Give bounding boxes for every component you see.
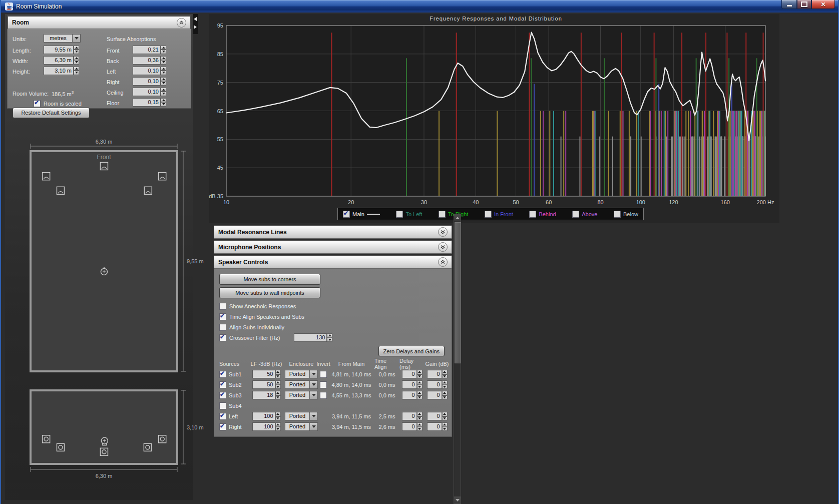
scroll-down-icon[interactable]: [454, 496, 461, 503]
speaker-icon-top-view[interactable]: [57, 187, 64, 194]
spin-up-icon[interactable]: [161, 98, 166, 103]
legend-checkbox-behind[interactable]: [529, 211, 536, 218]
legend-checkbox-in-front[interactable]: [485, 211, 492, 218]
spin-down-icon[interactable]: [74, 71, 79, 75]
crossover-filter-hz-spinner[interactable]: 130: [294, 333, 332, 342]
panel-header-modal-resonance-lines[interactable]: Modal Resonance Lines: [214, 225, 452, 239]
spin-up-icon[interactable]: [275, 391, 281, 395]
sub3-gain-spinner[interactable]: 0: [427, 391, 448, 399]
speaker-icon-front-view[interactable]: [43, 435, 50, 443]
width-field[interactable]: 6,30 m: [44, 56, 79, 65]
spin-down-icon[interactable]: [275, 427, 281, 431]
spin-up-icon[interactable]: [275, 370, 281, 374]
listener-icon-front-view[interactable]: [101, 437, 108, 445]
spin-down-icon[interactable]: [442, 385, 448, 389]
spin-down-icon[interactable]: [74, 60, 79, 65]
dropdown-arrow-icon[interactable]: [310, 422, 318, 431]
left-lf-spinner[interactable]: 100: [252, 412, 281, 420]
speaker-icon-top-view[interactable]: [159, 173, 166, 180]
collapse-up-icon[interactable]: [438, 257, 448, 267]
right-gain-spinner[interactable]: 0: [427, 422, 448, 431]
dropdown-arrow-icon[interactable]: [310, 391, 318, 399]
speaker-icon-front-view[interactable]: [159, 435, 166, 443]
show-anechoic-responses-checkbox[interactable]: [219, 303, 226, 310]
spin-down-icon[interactable]: [417, 395, 423, 400]
spin-down-icon[interactable]: [161, 102, 166, 107]
align-subs-individually-checkbox[interactable]: [219, 324, 226, 331]
room-panel-header[interactable]: Room: [8, 16, 191, 29]
units-dropdown[interactable]: metres: [44, 34, 81, 43]
right-lf-spinner[interactable]: 100: [252, 422, 281, 431]
panel-header-speaker-controls[interactable]: Speaker Controls: [214, 255, 452, 269]
spin-down-icon[interactable]: [275, 385, 281, 389]
speaker-icon-front-view[interactable]: [57, 443, 64, 451]
left-enable-checkbox[interactable]: [219, 413, 226, 420]
absorption-front-field[interactable]: 0,21: [133, 46, 166, 54]
length-field[interactable]: 9,55 m: [44, 46, 79, 54]
spin-down-icon[interactable]: [327, 338, 332, 342]
legend-checkbox-main[interactable]: [343, 211, 350, 218]
spin-down-icon[interactable]: [417, 416, 423, 421]
sub3-delay-spinner[interactable]: 0: [402, 391, 423, 399]
sub2-gain-spinner[interactable]: 0: [427, 380, 448, 389]
speaker-icon-front-view[interactable]: [144, 443, 151, 451]
absorption-ceiling-field[interactable]: 0,10: [133, 88, 166, 96]
spin-up-icon[interactable]: [275, 380, 281, 385]
spin-up-icon[interactable]: [442, 422, 448, 427]
spin-up-icon[interactable]: [161, 56, 166, 61]
legend-checkbox-to-left[interactable]: [396, 211, 403, 218]
spin-up-icon[interactable]: [161, 67, 166, 71]
collapse-up-icon[interactable]: [177, 18, 186, 28]
left-enclosure-select[interactable]: Ported: [285, 412, 318, 420]
dropdown-arrow-icon[interactable]: [310, 370, 318, 378]
minimize-button[interactable]: [781, 0, 797, 9]
spin-down-icon[interactable]: [161, 81, 166, 86]
absorption-floor-field[interactable]: 0,15: [133, 98, 166, 107]
move-subs-to-wall-midpoints-button[interactable]: Move subs to wall midpoints: [219, 287, 320, 298]
sub3-enable-checkbox[interactable]: [219, 392, 226, 399]
maximize-button[interactable]: [797, 0, 811, 9]
spin-up-icon[interactable]: [417, 380, 423, 385]
height-field[interactable]: 3,10 m: [44, 67, 79, 75]
sub2-lf-spinner[interactable]: 50: [252, 380, 281, 389]
spin-up-icon[interactable]: [417, 422, 423, 427]
speaker-icon-top-view[interactable]: [144, 187, 152, 194]
spin-down-icon[interactable]: [74, 50, 79, 54]
room-sealed-checkbox[interactable]: [34, 100, 41, 107]
sub2-enable-checkbox[interactable]: [219, 381, 226, 388]
spin-up-icon[interactable]: [417, 391, 423, 395]
sub1-delay-spinner[interactable]: 0: [402, 370, 423, 378]
collapse-left-icon[interactable]: [194, 17, 197, 21]
spin-down-icon[interactable]: [417, 427, 423, 431]
spin-down-icon[interactable]: [442, 374, 448, 379]
spin-down-icon[interactable]: [161, 92, 166, 96]
sub2-delay-spinner[interactable]: 0: [402, 380, 423, 389]
expand-down-icon[interactable]: [438, 242, 448, 252]
legend-checkbox-below[interactable]: [614, 211, 621, 218]
spin-up-icon[interactable]: [442, 391, 448, 395]
dropdown-arrow-icon[interactable]: [310, 412, 318, 420]
dropdown-arrow-icon[interactable]: [310, 380, 318, 389]
spin-up-icon[interactable]: [327, 333, 332, 338]
vertical-scrollbar[interactable]: [454, 214, 461, 504]
spin-up-icon[interactable]: [417, 412, 423, 416]
sub4-enable-checkbox[interactable]: [219, 402, 226, 409]
sub2-enclosure-select[interactable]: Ported: [285, 380, 318, 389]
sub1-lf-spinner[interactable]: 50: [252, 370, 281, 378]
sub3-lf-spinner[interactable]: 18: [252, 391, 281, 399]
scroll-up-icon[interactable]: [454, 214, 461, 221]
spin-down-icon[interactable]: [442, 416, 448, 421]
spin-up-icon[interactable]: [275, 422, 281, 427]
spin-up-icon[interactable]: [275, 412, 281, 416]
right-enable-checkbox[interactable]: [219, 423, 226, 430]
sub1-invert-checkbox[interactable]: [320, 371, 327, 378]
absorption-left-field[interactable]: 0,10: [133, 67, 166, 75]
spin-up-icon[interactable]: [442, 370, 448, 374]
expand-right-icon[interactable]: [194, 25, 197, 29]
left-gain-spinner[interactable]: 0: [427, 412, 448, 420]
speaker-icon-top-view[interactable]: [100, 162, 108, 170]
spin-down-icon[interactable]: [275, 416, 281, 421]
expand-down-icon[interactable]: [438, 227, 448, 237]
move-subs-to-corners-button[interactable]: Move subs to corners: [219, 274, 320, 285]
splitter-handle[interactable]: [193, 14, 198, 34]
